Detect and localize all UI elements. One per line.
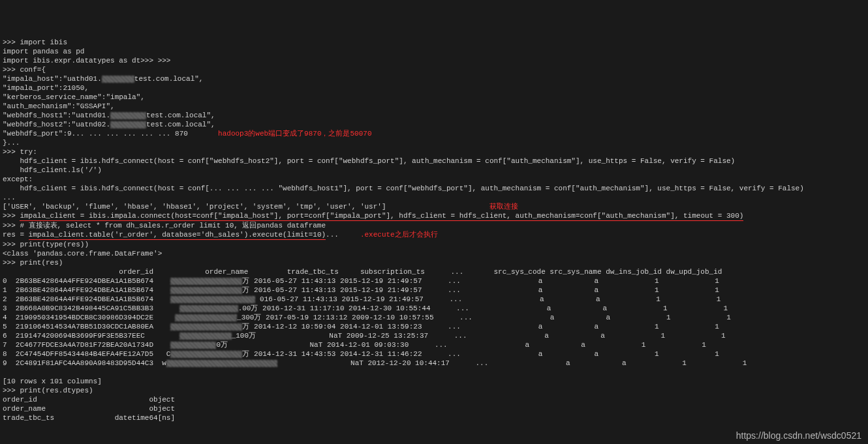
code-line: "webhdfs_port":9... ... ... ... ... ... … [3,130,372,138]
table-row: 5 2191064514534A7BB51D30CDC1AB80EA 万 201… [3,323,719,331]
annotation-hadoop-port: hadoop3的web端口变成了9870，之前是50070 [218,130,371,138]
code-line: hdfs_client = ibis.hdfs_connect(host = c… [3,157,735,165]
code-line: >>> print(res) [3,259,63,267]
table-header: order_id order_name trade_tbc_ts subscri… [3,268,722,276]
impala-connect-line: impala_client = ibis.impala.connect(host… [20,211,743,221]
code-line: hdfs_client = ibis.hdfs_connect(host = c… [3,185,804,192]
code-line: import ibis.expr.datatypes as dt>>> >>> [3,57,170,65]
table-row: 6 2191474200694B3699F9F3E5B37EEC _100万 N… [3,332,726,340]
code-line: import pandas as pd [3,48,84,55]
code-line: >>> import ibis [3,38,67,46]
table-row: 1 2B63BE42864A4FFE924DBEA1A1B5B674 万 201… [3,286,719,294]
code-line: hdfs_client.ls('/') [3,166,102,174]
code-line: >>> # 直接读表, select * from dh_sales.r_ord… [3,222,326,229]
table-row: 8 2C47454DFF85434484B4EFA4FE12A7D5 C万 20… [3,350,719,358]
table-row: 4 2190950341954BDCB8C30986D394DC2E _300万… [3,314,731,321]
table-row: 9 2C4891F81AFC4AA890A98483D95D44C3 w NaT… [3,359,747,367]
code-line: "webhdfs_host2":"uatnd02.test.com.local"… [3,121,215,128]
code-line: >>> print(res.dtypes) [3,387,93,394]
execute-line: impala_client.table('r_order', database=… [29,230,326,240]
annotation-get-connection: 获取连接 [489,203,518,211]
code-line: >>> impala_client = ibis.impala.connect(… [3,212,743,220]
code-line: order_name object [3,405,175,413]
code-line: }... [3,139,20,147]
table-row: 7 2C4677FDCE3A4A7D81F72BEA20A1734D 0万 Na… [3,341,706,349]
code-line: "auth_mechanism":"GSSAPI", [3,102,115,110]
code-line: >>> print(type(res)) [3,241,89,248]
code-line: ['USER', 'backup', 'flume', 'hbase', 'hb… [3,203,518,211]
code-line: "impala_port":21050, [3,84,89,92]
code-line: except: [3,175,33,183]
code-line: trade_tbc_ts datetime64[ns] [3,414,175,422]
code-line: <class 'pandas.core.frame.DataFrame'> [3,250,162,258]
annotation-execute: .execute之后才会执行 [360,231,438,239]
table-row: 0 2B63BE42864A4FFE924DBEA1A1B5B674 万 201… [3,277,719,285]
watermark: https://blog.csdn.net/wsdc0521 [736,431,861,440]
table-row: 2 2B63BE42864A4FFE924DBEA1A1B5B674 016-0… [3,295,721,303]
code-line: >>> try: [3,148,37,156]
code-line: >>> conf={ [3,66,46,74]
code-line: "impala_host":"uathd01.test.com.local", [3,75,203,83]
code-line: [10 rows x 101 columns] [3,377,102,385]
code-line: res = impala_client.table('r_order', dat… [3,231,438,239]
table-row: 3 2B668A0B9C8342B498445CA91C5BB3B3 .00万 … [3,304,728,312]
code-line: "kerberos_service_name":"impala", [3,93,145,101]
code-line: ... [3,194,16,201]
code-line: order_id object [3,396,175,404]
code-line: "webhdfs_host1":"uatnd01.test.com.local"… [3,111,215,119]
terminal-output: >>> import ibis import pandas as pd impo… [3,38,865,422]
